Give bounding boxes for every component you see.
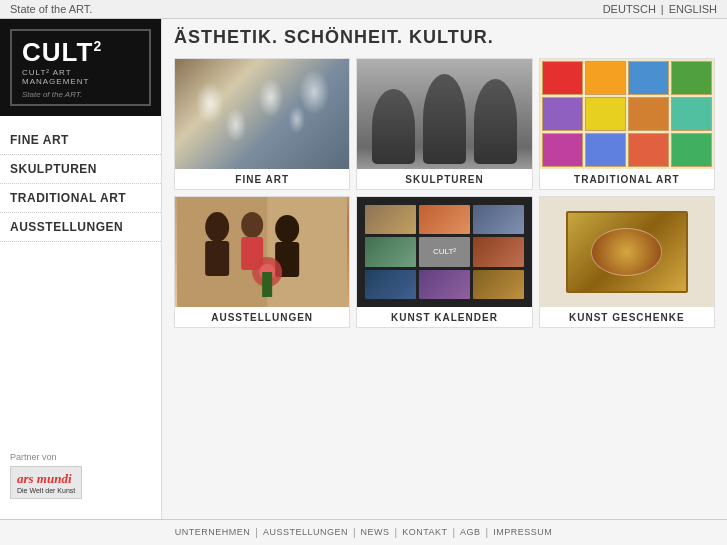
gallery-image-fine-art bbox=[175, 59, 349, 169]
footer-link-agb[interactable]: AGB bbox=[460, 527, 481, 538]
trad-tile-7 bbox=[628, 97, 669, 131]
trad-tile-3 bbox=[628, 61, 669, 95]
logo-subtitle: CULT² ART MANAGEMENT bbox=[22, 68, 139, 86]
ars-mundi-subtext: Die Welt der Kunst bbox=[17, 487, 75, 494]
kalender-thumb-2 bbox=[419, 205, 470, 234]
logo-cult: CULT bbox=[22, 37, 93, 67]
logo-superscript: 2 bbox=[93, 38, 102, 54]
svg-point-4 bbox=[241, 212, 263, 238]
kalender-thumb-9 bbox=[473, 270, 524, 299]
gallery-image-skulpturen bbox=[357, 59, 531, 169]
sidebar: CULT2 CULT² ART MANAGEMENT State of the … bbox=[0, 19, 162, 519]
partner-label: Partner von bbox=[10, 452, 151, 462]
footer-sep-5: | bbox=[486, 527, 489, 538]
trad-tile-10 bbox=[585, 133, 626, 167]
gallery-image-kunst-geschenke bbox=[540, 197, 714, 307]
app-container: State of the ART. DEUTSCH | ENGLISH CULT… bbox=[0, 0, 727, 545]
svg-rect-3 bbox=[205, 241, 229, 276]
gallery-label-skulpturen: SKULPTUREN bbox=[405, 169, 483, 189]
main-layout: CULT2 CULT² ART MANAGEMENT State of the … bbox=[0, 19, 727, 519]
trad-tile-5 bbox=[542, 97, 583, 131]
trad-tile-6 bbox=[585, 97, 626, 131]
footer-link-impressum[interactable]: IMPRESSUM bbox=[493, 527, 552, 538]
footer-sep-1: | bbox=[255, 527, 258, 538]
gallery-image-ausstellungen bbox=[175, 197, 349, 307]
footer-sep-3: | bbox=[395, 527, 398, 538]
footer-sep-4: | bbox=[452, 527, 455, 538]
logo-box: CULT2 CULT² ART MANAGEMENT State of the … bbox=[10, 29, 151, 106]
gallery-cell-fine-art[interactable]: FINE ART bbox=[174, 58, 350, 190]
footer: UNTERNEHMEN | AUSSTELLUNGEN | NEWS | KON… bbox=[0, 519, 727, 545]
gallery-label-ausstellungen: AUSSTELLUNGEN bbox=[211, 307, 313, 327]
trad-tile-11 bbox=[628, 133, 669, 167]
svg-point-6 bbox=[275, 215, 299, 243]
trad-tile-2 bbox=[585, 61, 626, 95]
sculpture-fig-3 bbox=[474, 79, 517, 164]
footer-link-ausstellungen[interactable]: AUSSTELLUNGEN bbox=[263, 527, 348, 538]
kalender-thumb-6 bbox=[473, 237, 524, 266]
logo-tagline: State of the ART. bbox=[22, 90, 139, 99]
geschenke-image bbox=[540, 197, 714, 307]
trad-tile-9 bbox=[542, 133, 583, 167]
gallery-cell-kunst-kalender[interactable]: CULT² KUNST KALENDER bbox=[356, 196, 532, 328]
footer-sep-2: | bbox=[353, 527, 356, 538]
ausstellungen-svg bbox=[175, 197, 349, 307]
trad-tile-1 bbox=[542, 61, 583, 95]
gallery-label-kunst-kalender: KUNST KALENDER bbox=[391, 307, 498, 327]
tagline: State of the ART. bbox=[10, 3, 92, 15]
sidebar-item-traditional-art[interactable]: TRADITIONAL ART bbox=[0, 184, 161, 213]
kalender-image: CULT² bbox=[357, 197, 531, 307]
lang-deutsch[interactable]: DEUTSCH bbox=[603, 3, 656, 15]
partner-area: Partner von ars mundi Die Welt der Kunst bbox=[0, 442, 161, 509]
gallery-cell-kunst-geschenke[interactable]: KUNST GESCHENKE bbox=[539, 196, 715, 328]
logo-text: CULT2 bbox=[22, 39, 139, 65]
footer-link-unternehmen[interactable]: UNTERNEHMEN bbox=[175, 527, 251, 538]
fine-art-image bbox=[175, 59, 349, 169]
geschenke-box bbox=[566, 211, 688, 294]
kalender-thumb-4 bbox=[365, 237, 416, 266]
svg-point-2 bbox=[205, 212, 229, 242]
ars-mundi-logo[interactable]: ars mundi Die Welt der Kunst bbox=[10, 466, 82, 499]
footer-links: UNTERNEHMEN | AUSSTELLUNGEN | NEWS | KON… bbox=[10, 527, 717, 538]
lang-separator: | bbox=[661, 3, 664, 15]
gallery-label-kunst-geschenke: KUNST GESCHENKE bbox=[569, 307, 685, 327]
sculpture-fig-2 bbox=[423, 74, 466, 164]
top-bar: State of the ART. DEUTSCH | ENGLISH bbox=[0, 0, 727, 19]
trad-tile-4 bbox=[671, 61, 712, 95]
content-area: ÄSTHETIK. SCHÖNHEIT. KULTUR. FINE ART bbox=[162, 19, 727, 519]
footer-link-news[interactable]: NEWS bbox=[361, 527, 390, 538]
kalender-thumb-1 bbox=[365, 205, 416, 234]
trad-tile-12 bbox=[671, 133, 712, 167]
traditional-art-image bbox=[540, 59, 714, 169]
gallery-cell-traditional-art[interactable]: TRADITIONAL ART bbox=[539, 58, 715, 190]
sidebar-item-fine-art[interactable]: FINE ART bbox=[0, 126, 161, 155]
kalender-thumb-8 bbox=[419, 270, 470, 299]
kalender-thumb-3 bbox=[473, 205, 524, 234]
gallery-grid: FINE ART SKULPTUREN bbox=[174, 58, 715, 328]
sculpture-fig-1 bbox=[372, 89, 415, 164]
ausstellungen-image bbox=[175, 197, 349, 307]
gallery-cell-skulpturen[interactable]: SKULPTUREN bbox=[356, 58, 532, 190]
sidebar-item-skulpturen[interactable]: SKULPTUREN bbox=[0, 155, 161, 184]
footer-link-kontakt[interactable]: KONTAKT bbox=[402, 527, 447, 538]
lang-english[interactable]: ENGLISH bbox=[669, 3, 717, 15]
trad-tile-8 bbox=[671, 97, 712, 131]
kalender-thumb-5: CULT² bbox=[419, 237, 470, 266]
geschenke-inner bbox=[591, 228, 662, 275]
gallery-cell-ausstellungen[interactable]: AUSSTELLUNGEN bbox=[174, 196, 350, 328]
nav-menu: FINE ART SKULPTUREN TRADITIONAL ART AUSS… bbox=[0, 126, 161, 242]
gallery-image-traditional-art bbox=[540, 59, 714, 169]
svg-rect-10 bbox=[262, 272, 272, 297]
logo-area: CULT2 CULT² ART MANAGEMENT State of the … bbox=[0, 19, 161, 116]
ars-mundi-text: ars mundi bbox=[17, 471, 75, 487]
skulpturen-image bbox=[357, 59, 531, 169]
page-heading: ÄSTHETIK. SCHÖNHEIT. KULTUR. bbox=[174, 27, 715, 48]
sidebar-item-ausstellungen[interactable]: AUSSTELLUNGEN bbox=[0, 213, 161, 242]
gallery-image-kunst-kalender: CULT² bbox=[357, 197, 531, 307]
gallery-label-traditional-art: TRADITIONAL ART bbox=[574, 169, 680, 189]
gallery-label-fine-art: FINE ART bbox=[235, 169, 289, 189]
language-selector: DEUTSCH | ENGLISH bbox=[603, 3, 717, 15]
kalender-thumb-7 bbox=[365, 270, 416, 299]
